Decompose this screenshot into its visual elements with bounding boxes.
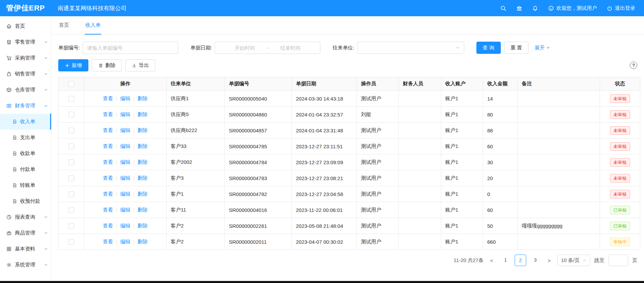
search-icon[interactable] <box>500 5 507 12</box>
delete-link[interactable]: 删除 <box>137 175 148 181</box>
row-checkbox[interactable] <box>68 128 74 133</box>
edit-link[interactable]: 编辑 <box>120 207 130 213</box>
delete-link[interactable]: 删除 <box>137 143 148 149</box>
delete-button[interactable]: 删除 <box>92 59 122 71</box>
delete-link[interactable]: 删除 <box>137 223 148 228</box>
row-checkbox[interactable] <box>68 144 74 149</box>
edit-link[interactable]: 编辑 <box>120 95 130 101</box>
sidebar-item-income-bill[interactable]: 收入单 <box>0 114 51 130</box>
select-all-checkbox[interactable] <box>68 81 74 87</box>
edit-link[interactable]: 编辑 <box>120 159 130 165</box>
table-row: 查看编辑删除 客户2002 SR00000004784 2023-12-27 2… <box>59 154 640 170</box>
status-badge: 未审核 <box>610 158 630 167</box>
row-checkbox[interactable] <box>68 239 74 245</box>
next-page-button[interactable]: > <box>545 258 553 263</box>
welcome-user[interactable]: 欢迎您，测试用户 <box>548 5 597 12</box>
cell-partner: 客户33 <box>167 138 225 154</box>
table-row: 查看编辑删除 供应商b222 SR00000004857 2024-01-04 … <box>59 123 640 138</box>
page-1[interactable]: 1 <box>500 255 511 266</box>
date-start-input[interactable] <box>225 45 265 51</box>
view-link[interactable]: 查看 <box>103 239 113 244</box>
row-checkbox[interactable] <box>68 112 74 117</box>
cell-income-account: 账户1 <box>441 123 483 138</box>
sidebar-item-basic[interactable]: 基本资料 <box>0 241 51 257</box>
sidebar-item-sales[interactable]: 销售管理 <box>0 66 51 82</box>
bill-no-input[interactable] <box>83 42 178 54</box>
edit-link[interactable]: 编辑 <box>120 191 130 197</box>
page-size-select[interactable]: 10 条/页 <box>557 255 590 266</box>
sidebar-item-report[interactable]: 报表查询 <box>0 209 51 225</box>
edit-link[interactable]: 编辑 <box>120 127 130 133</box>
view-link[interactable]: 查看 <box>103 95 113 101</box>
edit-link[interactable]: 编辑 <box>120 143 130 149</box>
row-checkbox[interactable] <box>68 191 74 197</box>
delete-link[interactable]: 删除 <box>137 239 148 244</box>
status-badge: 审核中 <box>610 238 630 246</box>
sidebar-item-home[interactable]: 首页 <box>0 18 51 34</box>
sidebar-item-payment-bill[interactable]: 付款单 <box>0 161 51 177</box>
col-header-finance_staff: 财务人员 <box>399 77 441 91</box>
sidebar-item-system[interactable]: 系统管理 <box>0 257 51 273</box>
export-button[interactable]: 导出 <box>125 59 155 71</box>
search-button[interactable]: 查 询 <box>476 42 501 54</box>
delete-link[interactable]: 删除 <box>137 95 148 101</box>
row-checkbox[interactable] <box>68 175 74 181</box>
view-link[interactable]: 查看 <box>103 175 113 181</box>
logout-button[interactable]: 退出登录 <box>606 5 635 12</box>
action-divider <box>134 192 134 197</box>
date-end-input[interactable] <box>271 45 310 51</box>
view-link[interactable]: 查看 <box>103 191 113 197</box>
view-link[interactable]: 查看 <box>103 159 113 165</box>
row-checkbox[interactable] <box>68 159 74 165</box>
cell-operator: 测试用户 <box>357 234 399 250</box>
row-checkbox[interactable] <box>68 223 74 229</box>
view-link[interactable]: 查看 <box>103 127 113 133</box>
tab-home[interactable]: 首页 <box>58 16 70 35</box>
reset-button[interactable]: 重 置 <box>504 42 529 54</box>
delete-link[interactable]: 删除 <box>137 207 148 213</box>
sidebar-item-finance[interactable]: 财务管理 <box>0 98 51 114</box>
sidebar-item-warehouse[interactable]: 仓库管理 <box>0 82 51 98</box>
partner-select[interactable] <box>357 42 464 54</box>
view-link[interactable]: 查看 <box>103 111 113 117</box>
sidebar-item-retail[interactable]: 零售管理 <box>0 34 51 50</box>
cell-actions: 查看编辑删除 <box>84 138 167 154</box>
add-button[interactable]: 新增 <box>58 59 88 71</box>
edit-link[interactable]: 编辑 <box>120 223 130 228</box>
page-2[interactable]: 2 <box>515 255 526 266</box>
sidebar-item-expense-bill[interactable]: 支出单 <box>0 130 51 146</box>
expand-link[interactable]: 展开 <box>535 45 550 51</box>
retail-icon <box>6 39 12 45</box>
col-header-remark: 备注 <box>518 77 600 91</box>
cell-income-amount: 60 <box>483 202 518 218</box>
help-icon[interactable]: ? <box>630 62 637 69</box>
page-3[interactable]: 3 <box>530 255 541 266</box>
doc-icon <box>12 135 17 140</box>
edit-link[interactable]: 编辑 <box>120 239 130 244</box>
date-range-picker[interactable]: ~ <box>215 42 320 54</box>
sidebar-item-transfer-bill[interactable]: 转账单 <box>0 177 51 193</box>
row-checkbox[interactable] <box>68 207 74 213</box>
delete-link[interactable]: 删除 <box>137 127 148 133</box>
sidebar-item-receipt-bill[interactable]: 收款单 <box>0 146 51 161</box>
delete-link[interactable]: 删除 <box>137 191 148 197</box>
view-link[interactable]: 查看 <box>103 207 113 213</box>
prev-page-button[interactable]: < <box>488 258 496 263</box>
bank-icon[interactable] <box>516 5 522 12</box>
edit-link[interactable]: 编辑 <box>120 175 130 181</box>
row-checkbox[interactable] <box>68 96 74 102</box>
goods-icon <box>6 230 12 236</box>
view-link[interactable]: 查看 <box>103 223 113 228</box>
sidebar-item-advance-receipt[interactable]: 收预付款 <box>0 193 51 209</box>
jump-page-input[interactable] <box>608 255 628 266</box>
sidebar-item-purchase[interactable]: 采购管理 <box>0 50 51 66</box>
delete-link[interactable]: 删除 <box>137 159 148 165</box>
cell-actions: 查看编辑删除 <box>84 202 167 218</box>
sidebar-item-goods[interactable]: 商品管理 <box>0 225 51 241</box>
tab-income-bill[interactable]: 收入单 <box>85 16 101 35</box>
view-link[interactable]: 查看 <box>103 143 113 149</box>
cell-actions: 查看编辑删除 <box>84 186 167 202</box>
edit-link[interactable]: 编辑 <box>120 111 130 117</box>
delete-link[interactable]: 删除 <box>137 111 148 117</box>
bell-icon[interactable] <box>532 5 538 12</box>
